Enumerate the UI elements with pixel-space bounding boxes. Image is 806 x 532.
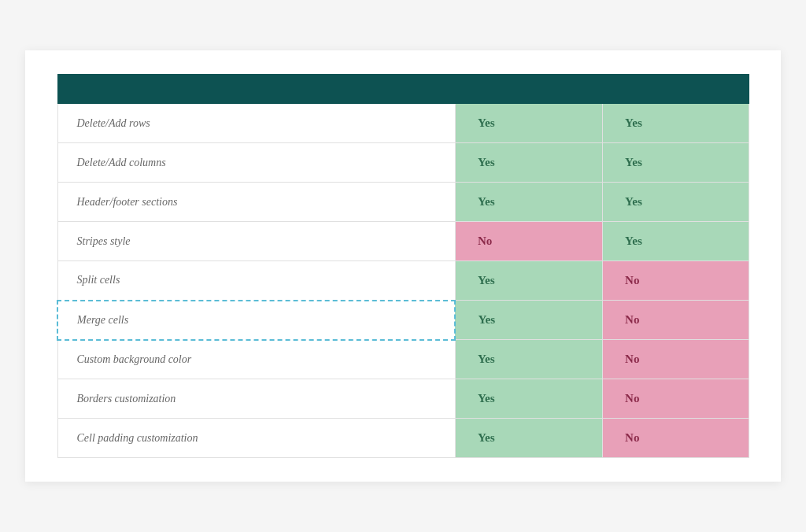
feature-cell: Cell padding customization [57,419,455,458]
feature-cell: Borders customization [57,379,455,419]
wordpress-cell: No [603,261,749,301]
wordpress-cell: Yes [603,183,749,222]
header-getwid [455,75,602,104]
table-row: Header/footer sectionsYesYes [57,183,749,222]
table-row: Custom background colorYesNo [57,340,749,379]
comparison-table: Delete/Add rowsYesYesDelete/Add columnsY… [57,74,749,458]
table-row: Split cellsYesNo [57,261,749,301]
table-wrapper: Delete/Add rowsYesYesDelete/Add columnsY… [25,50,781,482]
table-row: Delete/Add columnsYesYes [57,143,749,183]
feature-cell: Header/footer sections [57,183,455,222]
table-header-row [57,75,749,104]
table-row: Delete/Add rowsYesYes [57,104,749,143]
getwid-cell: Yes [455,104,602,143]
getwid-cell: Yes [455,419,602,458]
wordpress-cell: Yes [603,104,749,143]
wordpress-cell: Yes [603,222,749,261]
feature-cell: Merge cells [57,301,455,340]
getwid-cell: Yes [455,143,602,183]
getwid-cell: Yes [455,261,602,301]
feature-cell: Delete/Add columns [57,143,455,183]
getwid-cell: Yes [455,379,602,419]
getwid-cell: Yes [455,301,602,340]
header-features [57,75,455,104]
feature-cell: Split cells [57,261,455,301]
wordpress-cell: No [603,419,749,458]
getwid-cell: No [455,222,602,261]
feature-cell: Stripes style [57,222,455,261]
feature-cell: Custom background color [57,340,455,379]
feature-cell: Delete/Add rows [57,104,455,143]
wordpress-cell: No [603,340,749,379]
header-wordpress [603,75,749,104]
getwid-cell: Yes [455,340,602,379]
wordpress-cell: Yes [603,143,749,183]
table-row: Borders customizationYesNo [57,379,749,419]
table-row: Stripes styleNoYes [57,222,749,261]
getwid-cell: Yes [455,183,602,222]
wordpress-cell: No [603,301,749,340]
table-row: Merge cellsYesNo [57,301,749,340]
wordpress-cell: No [603,379,749,419]
table-row: Cell padding customizationYesNo [57,419,749,458]
